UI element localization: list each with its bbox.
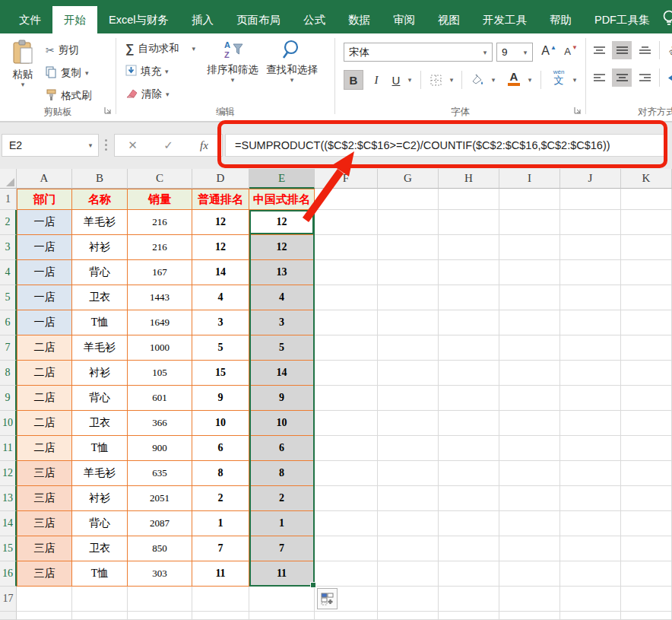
- cell-A16[interactable]: 三店: [17, 561, 72, 587]
- cell-empty[interactable]: [315, 411, 378, 436]
- cell-E15[interactable]: 7: [249, 536, 315, 561]
- cell-empty[interactable]: [499, 486, 560, 511]
- table-header-cell[interactable]: 普通排名: [192, 189, 249, 210]
- copy-button[interactable]: 复制 ▾: [46, 64, 89, 82]
- cell-E11[interactable]: 6: [249, 436, 315, 461]
- cell-empty[interactable]: [621, 235, 672, 260]
- underline-button[interactable]: U: [388, 70, 404, 90]
- cell-C4[interactable]: 167: [128, 260, 192, 285]
- cell-B9[interactable]: 背心: [72, 386, 128, 411]
- cell-empty[interactable]: [560, 461, 621, 486]
- cell-empty[interactable]: [499, 335, 560, 361]
- cell-empty[interactable]: [621, 260, 672, 285]
- cell-empty[interactable]: [439, 310, 499, 335]
- cell-empty[interactable]: [621, 285, 672, 310]
- font-color-icon[interactable]: A: [504, 68, 524, 88]
- cell-E7[interactable]: 5: [249, 335, 315, 361]
- cell-empty[interactable]: [439, 189, 499, 210]
- fill-button[interactable]: 填充 ▾: [125, 62, 169, 81]
- column-header-K[interactable]: K: [621, 169, 672, 189]
- cell-D15[interactable]: 7: [192, 536, 249, 561]
- cell-empty[interactable]: [378, 386, 439, 411]
- cell-D14[interactable]: 1: [192, 511, 249, 536]
- cell-A2[interactable]: 一店: [17, 210, 72, 235]
- table-header-cell[interactable]: 名称: [72, 189, 128, 210]
- row-header-1[interactable]: 1: [0, 189, 17, 210]
- cell-empty[interactable]: [128, 587, 192, 612]
- lightbulb-icon[interactable]: [659, 8, 672, 28]
- cell-empty[interactable]: [315, 511, 378, 536]
- cell-A14[interactable]: 三店: [17, 511, 72, 536]
- cell-B15[interactable]: 卫衣: [72, 536, 128, 561]
- autofill-options-button[interactable]: [317, 588, 338, 609]
- cell-empty[interactable]: [315, 561, 378, 587]
- cell-empty[interactable]: [192, 587, 249, 612]
- cell-B8[interactable]: 衬衫: [72, 361, 128, 386]
- cell-D13[interactable]: 2: [192, 486, 249, 511]
- cell-empty[interactable]: [315, 310, 378, 335]
- cell-A13[interactable]: 三店: [17, 486, 72, 511]
- cell-empty[interactable]: [560, 561, 621, 587]
- cell-E8[interactable]: 14: [249, 361, 315, 386]
- cell-D16[interactable]: 11: [192, 561, 249, 587]
- cell-empty[interactable]: [560, 235, 621, 260]
- cell-empty[interactable]: [72, 612, 128, 620]
- row-header-10[interactable]: 10: [0, 411, 17, 436]
- cell-empty[interactable]: [439, 561, 499, 587]
- cell-empty[interactable]: [378, 587, 439, 612]
- column-header-H[interactable]: H: [439, 169, 499, 189]
- cell-empty[interactable]: [621, 310, 672, 335]
- cell-B2[interactable]: 羊毛衫: [72, 210, 128, 235]
- cell-empty[interactable]: [621, 335, 672, 361]
- cell-A12[interactable]: 三店: [17, 461, 72, 486]
- cell-empty[interactable]: [560, 361, 621, 386]
- cell-empty[interactable]: [439, 612, 499, 620]
- ribbon-tab-5[interactable]: 公式: [292, 6, 337, 33]
- cell-empty[interactable]: [560, 260, 621, 285]
- row-header-11[interactable]: 11: [0, 436, 17, 461]
- cell-C16[interactable]: 303: [128, 561, 192, 587]
- cell-empty[interactable]: [560, 386, 621, 411]
- cell-empty[interactable]: [560, 210, 621, 235]
- underline-caret-icon[interactable]: ▾: [404, 70, 415, 90]
- cell-E6[interactable]: 3: [249, 310, 315, 335]
- cell-empty[interactable]: [499, 285, 560, 310]
- cell-empty[interactable]: [560, 310, 621, 335]
- row-header-7[interactable]: 7: [0, 335, 17, 361]
- cell-empty[interactable]: [315, 210, 378, 235]
- phonetic-guide-button[interactable]: wén 文: [548, 67, 569, 87]
- cell-empty[interactable]: [439, 235, 499, 260]
- paste-button[interactable]: 粘贴 ▾: [6, 40, 40, 88]
- cell-empty[interactable]: [439, 536, 499, 561]
- cell-empty[interactable]: [315, 235, 378, 260]
- cell-empty[interactable]: [315, 486, 378, 511]
- cell-empty[interactable]: [499, 235, 560, 260]
- cell-empty[interactable]: [621, 536, 672, 561]
- cell-empty[interactable]: [315, 612, 378, 620]
- cell-empty[interactable]: [17, 587, 72, 612]
- borders-caret-icon[interactable]: ▾: [446, 70, 457, 90]
- ribbon-tab-10[interactable]: 帮助: [538, 6, 583, 33]
- cell-empty[interactable]: [439, 511, 499, 536]
- cell-E2[interactable]: 12: [249, 210, 315, 235]
- column-header-J[interactable]: J: [560, 169, 621, 189]
- format-painter-button[interactable]: 格式刷: [46, 87, 92, 105]
- cell-empty[interactable]: [439, 335, 499, 361]
- fill-handle[interactable]: [310, 582, 316, 588]
- row-header-18[interactable]: [0, 612, 17, 620]
- sort-filter-button[interactable]: AZ 排序和筛选 ▾: [210, 38, 255, 84]
- cell-empty[interactable]: [378, 561, 439, 587]
- cell-empty[interactable]: [315, 461, 378, 486]
- enter-icon[interactable]: ✓: [151, 135, 186, 156]
- cell-empty[interactable]: [378, 335, 439, 361]
- cell-empty[interactable]: [315, 536, 378, 561]
- ribbon-tab-file[interactable]: 文件: [8, 6, 52, 33]
- cell-C8[interactable]: 105: [128, 361, 192, 386]
- row-header-6[interactable]: 6: [0, 310, 17, 335]
- phonetic-caret-icon[interactable]: ▾: [569, 70, 580, 90]
- cell-empty[interactable]: [499, 361, 560, 386]
- cell-empty[interactable]: [499, 189, 560, 210]
- align-bottom-icon[interactable]: [635, 41, 655, 59]
- ribbon-tab-4[interactable]: 页面布局: [225, 6, 292, 33]
- cell-A5[interactable]: 一店: [17, 285, 72, 310]
